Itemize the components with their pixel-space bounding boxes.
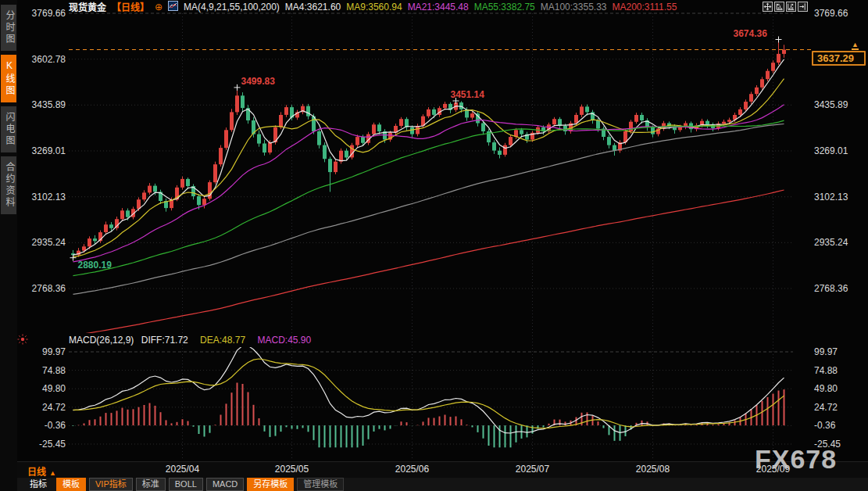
chart-window: 分时图 K线图 闪电图 合约资料 现货黄金【日线】⊕ MA(4,9,21,55,… [0, 0, 868, 491]
toolbar-save-template[interactable]: 另存模板 [247, 478, 294, 491]
right-price-axis: 3769.663602.783435.893269.013102.132935.… [814, 0, 867, 491]
ma21-value: MA21:3445.48 [408, 2, 469, 13]
period-selector[interactable]: 日线▲ [27, 464, 56, 478]
month-label: 2025/06 [395, 464, 429, 475]
toolbar-manage-template[interactable]: 管理模板 [297, 478, 344, 491]
macd-header: MACD(26,12,9) DIFF:71.72 DEA:48.77 MACD:… [69, 335, 311, 346]
compress-right-icon[interactable] [786, 2, 796, 12]
x-axis-band: 日线▲ [17, 461, 868, 478]
current-price-badge: 3637.29 [812, 51, 866, 66]
ma-group-label: MA(4,9,21,55,100,200) [184, 2, 280, 13]
toolbar-standard[interactable]: 标准 [136, 478, 166, 491]
period-tag: 【日线】 [112, 0, 149, 13]
sidebar-tab-kline[interactable]: K线图 [1, 55, 16, 102]
axis-tick-label: 3435.89 [32, 99, 66, 110]
toolbar-template[interactable]: 模板 [56, 478, 86, 491]
mini-chart-icon [168, 0, 178, 14]
macd-histogram [73, 346, 784, 447]
sidebar: 分时图 K线图 闪电图 合约资料 [0, 0, 17, 491]
macd-diff-value: DIFF:71.72 [141, 335, 188, 346]
axis-tick-label: 3769.66 [814, 8, 848, 19]
axis-tick-label: 99.97 [814, 346, 838, 357]
add-indicator-icon[interactable]: ⊕ [155, 2, 163, 12]
axis-tick-label: -25.45 [39, 439, 66, 450]
left-price-axis: 3769.663602.783435.893269.013102.132935.… [19, 0, 67, 491]
axis-tick-label: 24.72 [814, 402, 838, 413]
axis-tick-label: 3102.13 [814, 192, 848, 202]
axis-tick-label: 2768.36 [32, 283, 66, 294]
month-label: 2025/08 [636, 464, 670, 475]
ma55-value: MA55:3382.75 [474, 2, 535, 13]
axis-tick-label: 3269.01 [814, 145, 848, 156]
move-icon[interactable] [763, 2, 773, 12]
axis-tick-label: 49.80 [42, 383, 66, 394]
month-label: 2025/07 [516, 464, 549, 475]
macd-dea-value: DEA:48.77 [200, 335, 245, 346]
axis-tick-label: 49.80 [814, 383, 838, 394]
axis-tick-label: -0.36 [814, 420, 835, 431]
axis-tick-label: 2935.24 [814, 237, 848, 248]
axis-tick-label: 3269.01 [32, 145, 66, 156]
ma100-value: MA100:3355.33 [541, 2, 607, 13]
toolbar-vip-indicators[interactable]: VIP指标 [89, 478, 133, 491]
goto-latest-icon[interactable] [798, 2, 808, 12]
compress-left-icon[interactable] [774, 2, 784, 12]
bottom-toolbar: 指标 模板 VIP指标 标准 BOLL MACD 另存模板 管理模板 [17, 478, 868, 491]
axis-tick-label: 3435.89 [814, 99, 848, 110]
toolbar-boll[interactable]: BOLL [169, 478, 203, 491]
instrument-name: 现货黄金 [69, 0, 106, 13]
chart-toolbar-icons [763, 2, 808, 12]
axis-tick-label: 2935.24 [32, 237, 66, 248]
header-bar: 现货黄金【日线】⊕ MA(4,9,21,55,100,200) MA4:3621… [69, 0, 677, 13]
toolbar-indicators[interactable]: 指标 [23, 478, 53, 491]
axis-tick-label: 74.88 [42, 365, 66, 376]
macd-title: MACD(26,12,9) [69, 335, 134, 346]
watermark: FX678 [755, 444, 837, 475]
axis-tick-label: 3602.78 [32, 54, 66, 65]
axis-tick-label: 3102.13 [32, 192, 66, 202]
axis-tick-label: 24.72 [42, 402, 66, 413]
price-up-arrow-icon: ▲ [852, 41, 859, 50]
ma-lines [73, 59, 784, 335]
sidebar-tab-contract-info[interactable]: 合约资料 [1, 156, 16, 214]
macd-macd-value: MACD:45.90 [257, 335, 311, 346]
sidebar-tab-timeshare[interactable]: 分时图 [1, 5, 16, 51]
axis-tick-label: 99.97 [42, 346, 66, 357]
toolbar-macd[interactable]: MACD [206, 478, 244, 491]
ma9-value: MA9:3560.94 [346, 2, 402, 13]
axis-tick-label: 2768.36 [814, 283, 848, 294]
axis-tick-label: -0.36 [45, 420, 66, 431]
ma200-value: MA200:3111.55 [612, 2, 677, 13]
sidebar-tab-lightning[interactable]: 闪电图 [1, 106, 16, 152]
chart-canvas[interactable] [0, 0, 868, 491]
ma4-value: MA4:3621.60 [285, 2, 341, 13]
month-label: 2025/04 [166, 464, 199, 475]
month-label: 2025/05 [275, 464, 309, 475]
macd-pane-indicator-icon[interactable] [17, 334, 28, 348]
axis-tick-label: 74.88 [814, 365, 838, 376]
axis-tick-label: 3769.66 [32, 8, 66, 19]
period-arrow-icon: ▲ [49, 469, 56, 477]
